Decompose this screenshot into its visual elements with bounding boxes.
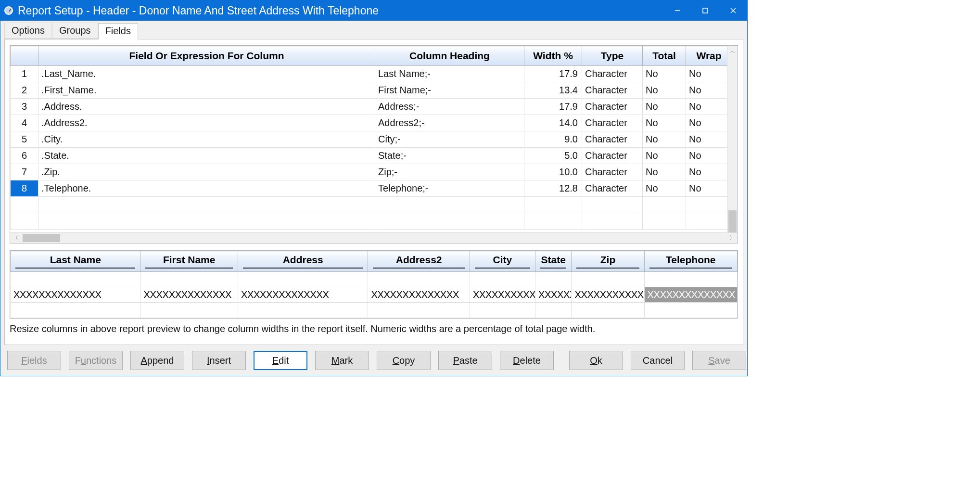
preview-table[interactable]: Last NameFirst NameAddressAddress2CitySt… <box>10 251 738 318</box>
col-header-rownum[interactable] <box>11 46 38 66</box>
scroll-up-icon[interactable]: ︿ <box>727 46 738 56</box>
preview-col-header[interactable]: Address2 <box>368 251 470 272</box>
col-header-field[interactable]: Field Or Expression For Column <box>38 46 375 66</box>
col-header-total[interactable]: Total <box>643 46 686 66</box>
cell-total[interactable]: No <box>643 66 686 82</box>
cell-heading[interactable]: Zip;- <box>375 164 524 180</box>
horizontal-scrollbar[interactable]: 〈 〉 <box>10 232 738 243</box>
cell-type[interactable]: Character <box>582 148 643 164</box>
cell-type[interactable]: Character <box>582 115 643 131</box>
mark-button[interactable]: Mark <box>315 351 369 370</box>
cell-total[interactable]: No <box>643 99 686 115</box>
row-number[interactable]: 1 <box>11 66 38 82</box>
cancel-button[interactable]: Cancel <box>631 351 685 370</box>
fields-table[interactable]: Field Or Expression For Column Column He… <box>10 46 727 230</box>
cell-heading[interactable]: Address2;- <box>375 115 524 131</box>
row-number[interactable]: 3 <box>11 99 38 115</box>
cell-field[interactable]: .Address2. <box>38 115 375 131</box>
row-number[interactable]: 4 <box>11 115 38 131</box>
cell-total[interactable]: No <box>643 82 686 99</box>
table-row[interactable]: 2.First_Name.First Name;-13.4CharacterNo… <box>11 82 727 99</box>
preview-cell[interactable]: XXXXXX <box>535 287 572 303</box>
cell-field[interactable]: .State. <box>38 148 375 164</box>
insert-button[interactable]: Insert <box>192 351 246 370</box>
cell-total[interactable]: No <box>643 148 686 164</box>
minimize-button[interactable] <box>663 0 691 21</box>
cell-width[interactable]: 13.4 <box>524 82 582 99</box>
cell-wrap[interactable]: No <box>686 164 727 180</box>
row-number[interactable]: 8 <box>11 180 38 197</box>
cell-type[interactable]: Character <box>582 66 643 82</box>
copy-button[interactable]: Copy <box>377 351 431 370</box>
preview-col-header[interactable]: State <box>535 251 572 272</box>
table-row[interactable]: 7.Zip.Zip;-10.0CharacterNoNo <box>11 164 727 180</box>
preview-cell[interactable]: XXXXXXXXXXXXXXX <box>572 287 644 303</box>
cell-field[interactable]: .Zip. <box>38 164 375 180</box>
cell-wrap[interactable]: No <box>686 66 727 82</box>
scroll-track[interactable] <box>727 56 738 222</box>
preview-cell[interactable]: XXXXXXXXXXXXXX <box>368 287 470 303</box>
table-row[interactable]: 6.State.State;-5.0CharacterNoNo <box>11 148 727 164</box>
paste-button[interactable]: Paste <box>438 351 492 370</box>
table-row[interactable]: 1.Last_Name.Last Name;-17.9CharacterNoNo <box>11 66 727 82</box>
fields-grid[interactable]: Field Or Expression For Column Column He… <box>10 45 738 244</box>
cell-heading[interactable]: Telephone;- <box>375 180 524 197</box>
cell-field[interactable]: .First_Name. <box>38 82 375 99</box>
cell-type[interactable]: Character <box>582 99 643 115</box>
scroll-right-icon[interactable]: 〉 <box>727 234 738 242</box>
tab-groups[interactable]: Groups <box>52 23 98 39</box>
tab-fields[interactable]: Fields <box>98 23 138 39</box>
preview-cell[interactable]: XXXXXXXXXXXX <box>470 287 535 303</box>
cell-width[interactable]: 5.0 <box>524 148 582 164</box>
cell-type[interactable]: Character <box>582 131 643 148</box>
table-row[interactable]: 3.Address.Address;-17.9CharacterNoNo <box>11 99 727 115</box>
preview-col-header[interactable]: Address <box>238 251 368 272</box>
close-button[interactable] <box>719 0 747 21</box>
edit-button[interactable]: Edit <box>254 351 307 370</box>
scroll-left-icon[interactable]: 〈 <box>10 234 21 242</box>
cell-heading[interactable]: City;- <box>375 131 524 148</box>
cell-field[interactable]: .Address. <box>38 99 375 115</box>
cell-wrap[interactable]: No <box>686 99 727 115</box>
table-row[interactable]: 5.City.City;-9.0CharacterNoNo <box>11 131 727 148</box>
tab-options[interactable]: Options <box>4 23 52 39</box>
scroll-track-h[interactable] <box>21 233 727 243</box>
col-header-heading[interactable]: Column Heading <box>375 46 524 66</box>
cell-width[interactable]: 14.0 <box>524 115 582 131</box>
row-number[interactable]: 5 <box>11 131 38 148</box>
cell-heading[interactable]: State;- <box>375 148 524 164</box>
maximize-button[interactable] <box>691 0 719 21</box>
cell-type[interactable]: Character <box>582 180 643 197</box>
vertical-scrollbar[interactable]: ︿ ﹀ <box>727 46 738 232</box>
cell-width[interactable]: 10.0 <box>524 164 582 180</box>
titlebar[interactable]: Report Setup - Header - Donor Name And S… <box>0 0 747 21</box>
table-row[interactable]: 8.Telephone.Telephone;-12.8CharacterNoNo <box>11 180 727 197</box>
col-header-type[interactable]: Type <box>582 46 643 66</box>
cell-field[interactable]: .City. <box>38 131 375 148</box>
cell-type[interactable]: Character <box>582 82 643 99</box>
preview-col-header[interactable]: Zip <box>572 251 644 272</box>
preview-cell[interactable]: XXXXXXXXXXXXXX <box>140 287 238 303</box>
cell-width[interactable]: 9.0 <box>524 131 582 148</box>
cell-wrap[interactable]: No <box>686 180 727 197</box>
cell-type[interactable]: Character <box>582 164 643 180</box>
row-number[interactable]: 6 <box>11 148 38 164</box>
table-row[interactable]: 4.Address2.Address2;-14.0CharacterNoNo <box>11 115 727 131</box>
cell-heading[interactable]: First Name;- <box>375 82 524 99</box>
cell-width[interactable]: 17.9 <box>524 66 582 82</box>
col-header-wrap[interactable]: Wrap <box>686 46 727 66</box>
cell-total[interactable]: No <box>643 115 686 131</box>
preview-col-header[interactable]: First Name <box>140 251 238 272</box>
append-button[interactable]: Append <box>130 351 184 370</box>
preview-col-header[interactable]: Telephone <box>644 251 737 272</box>
preview-col-header[interactable]: Last Name <box>11 251 140 272</box>
cell-field[interactable]: .Last_Name. <box>38 66 375 82</box>
cell-wrap[interactable]: No <box>686 131 727 148</box>
preview-cell[interactable]: XXXXXXXXXXXXXX <box>238 287 368 303</box>
cell-width[interactable]: 12.8 <box>524 180 582 197</box>
preview-cell[interactable]: XXXXXXXXXXXXXX <box>644 287 737 303</box>
cell-wrap[interactable]: No <box>686 82 727 99</box>
row-number[interactable]: 7 <box>11 164 38 180</box>
cell-total[interactable]: No <box>643 131 686 148</box>
preview-cell[interactable]: XXXXXXXXXXXXXX <box>11 287 140 303</box>
